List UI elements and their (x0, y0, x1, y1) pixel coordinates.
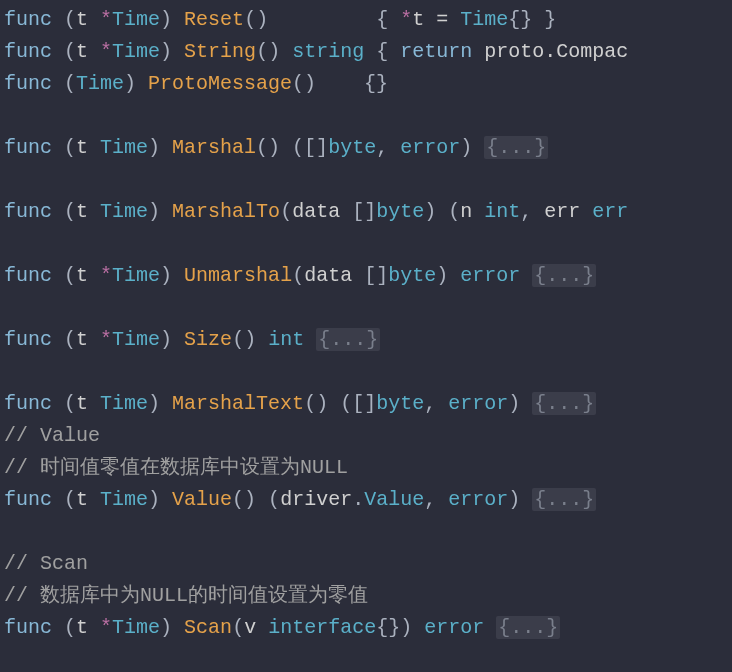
token (4, 104, 16, 127)
token-var: t (76, 264, 100, 287)
code-line[interactable] (4, 164, 732, 196)
code-line[interactable]: func (t *Time) Scan(v interface{}) error… (4, 612, 732, 644)
token (52, 8, 64, 31)
token-type: error (448, 392, 508, 415)
token-punct: ( (64, 328, 76, 351)
token-type: error (448, 488, 508, 511)
token-punct: , (376, 136, 400, 159)
code-line[interactable]: func (t *Time) Size() int {...} (4, 324, 732, 356)
token-var: t (76, 136, 100, 159)
token-punct: [] (352, 200, 376, 223)
code-line[interactable] (4, 356, 732, 388)
code-line[interactable]: func (t Time) MarshalText() ([]byte, err… (4, 388, 732, 420)
code-line[interactable]: func (t *Time) String() string { return … (4, 36, 732, 68)
token-type: Value (364, 488, 424, 511)
code-line[interactable]: func (t *Time) Unmarshal(data []byte) er… (4, 260, 732, 292)
token-punct: () {} (292, 72, 388, 95)
token-var: t (76, 200, 100, 223)
token-punct: () ( (232, 488, 280, 511)
token-punct: ( (64, 200, 76, 223)
token-punct: ) (160, 328, 184, 351)
token-type: Time (112, 264, 160, 287)
token-type: Time (100, 200, 148, 223)
token-type: Time (460, 8, 508, 31)
token-type: interface (268, 616, 376, 639)
token-type: byte (376, 392, 424, 415)
token (4, 168, 16, 191)
code-line[interactable]: func (Time) ProtoMessage() {} (4, 68, 732, 100)
token-ptr: * (400, 8, 412, 31)
token-ptr: * (100, 264, 112, 287)
token-kw: func (4, 616, 52, 639)
code-line[interactable] (4, 228, 732, 260)
token-kw: func (4, 72, 52, 95)
token-punct: ) (508, 488, 532, 511)
token-var: proto.Compac (472, 40, 628, 63)
token-comment: // 数据库中为NULL的时间值设置为零值 (4, 584, 368, 607)
token-type: byte (376, 200, 424, 223)
token-kw: func (4, 264, 52, 287)
token-type: Time (76, 72, 124, 95)
code-line[interactable]: // Value (4, 420, 732, 452)
code-editor[interactable]: func (t *Time) Reset() { *t = Time{} }fu… (0, 0, 732, 644)
token (4, 520, 16, 543)
token-punct: ) (124, 72, 148, 95)
token-name: String (184, 40, 256, 63)
token-ptr: * (100, 616, 112, 639)
token-var: n (460, 200, 484, 223)
token-punct: ) (508, 392, 532, 415)
token-name: MarshalText (172, 392, 304, 415)
token-var: t (76, 488, 100, 511)
token-name: Value (172, 488, 232, 511)
token-type: byte (388, 264, 436, 287)
token-name: Unmarshal (184, 264, 292, 287)
token-type: Time (112, 40, 160, 63)
token-var: v (244, 616, 268, 639)
code-line[interactable]: // Scan (4, 548, 732, 580)
token-type: Time (112, 8, 160, 31)
token-type: error (460, 264, 520, 287)
token-name: Reset (184, 8, 244, 31)
token-kw: func (4, 136, 52, 159)
token-var: err (544, 200, 592, 223)
token-name: MarshalTo (172, 200, 280, 223)
token-punct: ) (460, 136, 484, 159)
token-name: ProtoMessage (148, 72, 292, 95)
token-punct: ( (64, 72, 76, 95)
token-punct: ( (292, 264, 304, 287)
token-type: int (268, 328, 304, 351)
token-type: Time (112, 328, 160, 351)
token-fold: {...} (532, 488, 596, 511)
token-punct: () (232, 328, 268, 351)
token-type: err (592, 200, 628, 223)
token-punct: ) (160, 264, 184, 287)
code-line[interactable]: func (t Time) Marshal() ([]byte, error) … (4, 132, 732, 164)
token-fold: {...} (496, 616, 560, 639)
token (52, 136, 64, 159)
token-kw: func (4, 200, 52, 223)
code-line[interactable]: // 时间值零值在数据库中设置为NULL (4, 452, 732, 484)
token-punct: ) (160, 40, 184, 63)
token-ptr: * (100, 328, 112, 351)
code-line[interactable]: // 数据库中为NULL的时间值设置为零值 (4, 580, 732, 612)
token-punct: ( (64, 8, 76, 31)
token-comment: // 时间值零值在数据库中设置为NULL (4, 456, 348, 479)
code-line[interactable] (4, 516, 732, 548)
code-line[interactable]: func (t Time) Value() (driver.Value, err… (4, 484, 732, 516)
token-punct: ( (64, 392, 76, 415)
token-punct: ( (64, 136, 76, 159)
token-punct: ) (148, 392, 172, 415)
token-punct: , (520, 200, 544, 223)
token-var: t (76, 8, 100, 31)
code-line[interactable] (4, 292, 732, 324)
code-line[interactable]: func (t *Time) Reset() { *t = Time{} } (4, 4, 732, 36)
token-kw: func (4, 8, 52, 31)
token-punct: () ([] (304, 392, 376, 415)
token-punct: ( (64, 264, 76, 287)
token-type: error (424, 616, 484, 639)
token-punct: ( (232, 616, 244, 639)
code-line[interactable] (4, 100, 732, 132)
code-line[interactable]: func (t Time) MarshalTo(data []byte) (n … (4, 196, 732, 228)
token (52, 72, 64, 95)
token-type: byte (328, 136, 376, 159)
